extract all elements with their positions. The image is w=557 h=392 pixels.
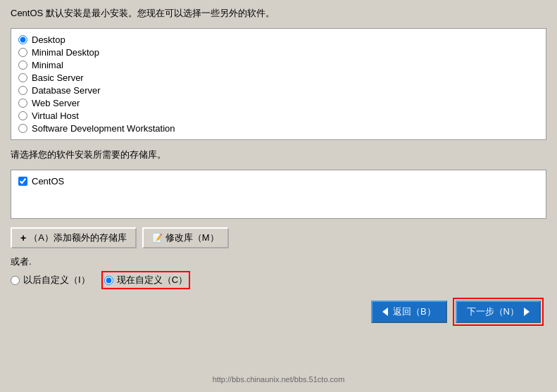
radio-database-server-label: Database Server — [32, 85, 101, 96]
highlight-next: 下一步（N） — [453, 298, 544, 326]
radio-basic-server-label: Basic Server — [32, 72, 84, 83]
repo-panel: CentOS — [11, 170, 546, 219]
radio-minimal-desktop-label: Minimal Desktop — [32, 47, 99, 58]
back-button[interactable]: 返回（B） — [371, 301, 447, 323]
next-button[interactable]: 下一步（N） — [456, 301, 541, 323]
radio-customize-now-label: 现在自定义（C） — [117, 274, 187, 286]
radio-virtual-host[interactable]: Virtual Host — [18, 110, 539, 121]
or-radio-row: 以后自定义（I） 现在自定义（C） — [11, 271, 546, 289]
watermark: http://bbs.chinaunix.net/bbs.51cto.com — [213, 375, 345, 384]
main-container: CentOS 默认安装是最小安装。您现在可以选择一些另外的软件。 Desktop… — [0, 0, 557, 392]
next-label: 下一步（N） — [467, 305, 519, 318]
edit-icon: 📝 — [152, 233, 163, 243]
repo-section-label: 请选择您的软件安装所需要的存储库。 — [11, 148, 546, 161]
radio-desktop-label: Desktop — [32, 34, 65, 45]
radio-customize-now[interactable]: 现在自定义（C） — [104, 274, 187, 286]
footer-row: 返回（B） 下一步（N） — [11, 298, 546, 326]
or-section: 或者. 以后自定义（I） 现在自定义（C） — [11, 255, 546, 289]
next-arrow-icon — [524, 308, 530, 316]
modify-repo-button[interactable]: 📝 修改库（M） — [142, 227, 229, 248]
checkbox-centos[interactable]: CentOS — [18, 176, 539, 186]
radio-minimal[interactable]: Minimal — [18, 60, 539, 70]
radio-customize-later-label: 以后自定义（I） — [23, 274, 90, 286]
description-text: CentOS 默认安装是最小安装。您现在可以选择一些另外的软件。 — [11, 7, 546, 20]
modify-repo-label: 修改库（M） — [165, 232, 219, 244]
back-label: 返回（B） — [393, 305, 436, 318]
radio-database-server[interactable]: Database Server — [18, 85, 539, 96]
radio-minimal-label: Minimal — [32, 60, 63, 70]
add-repo-button[interactable]: + （A）添加额外的存储库 — [11, 227, 137, 248]
radio-desktop[interactable]: Desktop — [18, 34, 539, 45]
radio-software-dev[interactable]: Software Development Workstation — [18, 123, 539, 134]
software-panel: Desktop Minimal Desktop Minimal Basic Se… — [11, 28, 546, 140]
radio-virtual-host-label: Virtual Host — [32, 110, 79, 121]
repo-button-row: + （A）添加额外的存储库 📝 修改库（M） — [11, 227, 546, 248]
radio-minimal-desktop[interactable]: Minimal Desktop — [18, 47, 539, 58]
checkbox-centos-label: CentOS — [32, 176, 64, 186]
radio-software-dev-label: Software Development Workstation — [32, 123, 175, 134]
or-label: 或者. — [11, 255, 546, 268]
radio-web-server[interactable]: Web Server — [18, 98, 539, 108]
software-radio-group: Desktop Minimal Desktop Minimal Basic Se… — [18, 34, 539, 134]
add-repo-label: （A）添加额外的存储库 — [29, 232, 127, 244]
radio-customize-later[interactable]: 以后自定义（I） — [11, 274, 90, 286]
add-icon: + — [20, 232, 26, 244]
radio-basic-server[interactable]: Basic Server — [18, 72, 539, 83]
radio-web-server-label: Web Server — [32, 98, 80, 108]
highlight-customize-now: 现在自定义（C） — [101, 271, 190, 289]
back-arrow-icon — [382, 308, 388, 316]
